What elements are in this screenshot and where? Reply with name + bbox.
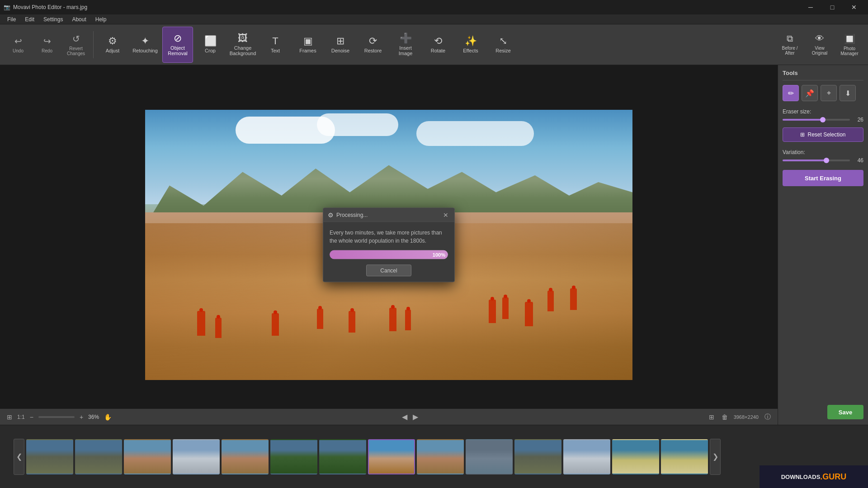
effects-button[interactable]: ✨ Effects bbox=[455, 27, 486, 63]
dialog-footer: Cancel bbox=[330, 265, 448, 277]
dialog-titlebar: ⚙ Processing... ✕ bbox=[323, 208, 454, 222]
image-size-info: 3968×2240 bbox=[734, 414, 759, 420]
restore-button[interactable]: ⟳ Restore bbox=[358, 27, 388, 63]
undo-button[interactable]: ↩ Undo bbox=[5, 27, 32, 63]
eraser-size-thumb[interactable] bbox=[820, 117, 826, 122]
pin-tool-button[interactable]: 📌 bbox=[802, 85, 818, 101]
variation-section: Variation: 46 bbox=[783, 146, 863, 164]
playback-controls: ◀ ▶ bbox=[402, 413, 418, 421]
adjust-button[interactable]: ⚙ Adjust bbox=[97, 27, 128, 63]
filmstrip-thumb-8[interactable] bbox=[417, 439, 464, 474]
frames-icon: ▣ bbox=[303, 36, 313, 46]
ad-text: DOWNLOADS bbox=[781, 474, 821, 480]
reset-selection-button[interactable]: ⊞ Reset Selection bbox=[783, 127, 863, 142]
filmstrip-prev-button[interactable]: ❮ bbox=[14, 439, 24, 475]
frames-button[interactable]: ▣ Frames bbox=[292, 27, 323, 63]
filmstrip-next-button[interactable]: ❯ bbox=[710, 439, 721, 475]
variation-value: 46 bbox=[853, 157, 863, 164]
menu-help[interactable]: Help bbox=[91, 15, 111, 23]
rotate-button[interactable]: ⟲ Rotate bbox=[423, 27, 453, 63]
filmstrip-thumb-11[interactable] bbox=[563, 439, 610, 474]
crop-icon: ⬜ bbox=[204, 36, 217, 46]
crop-button[interactable]: ⬜ Crop bbox=[195, 27, 226, 63]
filmstrip-thumb-3[interactable] bbox=[173, 439, 220, 474]
filmstrip-thumb-7[interactable] bbox=[368, 439, 415, 474]
figure-6 bbox=[389, 308, 396, 331]
filmstrip-thumb-12[interactable] bbox=[612, 439, 659, 474]
view-original-button[interactable]: 👁 ViewOriginal bbox=[806, 27, 834, 63]
next-image-button[interactable]: ▶ bbox=[413, 413, 418, 421]
filmstrip-thumb-1[interactable] bbox=[75, 439, 122, 474]
zoom-out-button[interactable]: − bbox=[28, 412, 35, 422]
view-mode-button[interactable]: ⊞ bbox=[708, 412, 716, 422]
dialog-body: Every two minutes, we take more pictures… bbox=[323, 222, 454, 282]
filmstrip-thumb-4[interactable] bbox=[222, 439, 269, 474]
filmstrip-thumb-5[interactable] bbox=[270, 439, 317, 474]
figure-9 bbox=[502, 297, 509, 319]
filmstrip-thumb-10[interactable] bbox=[514, 439, 561, 474]
menu-file[interactable]: File bbox=[3, 15, 20, 23]
progress-percentage: 100% bbox=[433, 252, 445, 258]
figure-2 bbox=[215, 318, 222, 338]
fit-view-button[interactable]: ⊞ bbox=[5, 412, 14, 422]
menu-bar: File Edit Settings About Help bbox=[0, 14, 868, 24]
dialog-spinner-icon: ⚙ bbox=[328, 211, 334, 219]
text-button[interactable]: T Text bbox=[260, 27, 291, 63]
ad-banner[interactable]: DOWNLOADS .GURU bbox=[760, 465, 868, 488]
figure-7 bbox=[405, 310, 411, 330]
text-icon: T bbox=[272, 36, 278, 46]
prev-image-button[interactable]: ◀ bbox=[402, 413, 407, 421]
filmstrip-thumb-6[interactable] bbox=[319, 439, 366, 474]
filmstrip-thumb-2[interactable] bbox=[124, 439, 171, 474]
photo-manager-button[interactable]: 🔲 PhotoManager bbox=[835, 27, 863, 63]
hand-tool-button[interactable]: ✋ bbox=[103, 412, 113, 422]
dialog-close-button[interactable]: ✕ bbox=[442, 211, 450, 219]
filmstrip-thumb-13[interactable] bbox=[661, 439, 708, 474]
menu-edit[interactable]: Edit bbox=[20, 15, 39, 23]
lasso-tool-button[interactable]: ⌖ bbox=[821, 85, 837, 101]
brush-tool-button[interactable]: ✏ bbox=[783, 85, 799, 101]
info-button[interactable]: ⓘ bbox=[763, 412, 772, 422]
rotate-icon: ⟲ bbox=[434, 36, 442, 46]
window-controls: ─ □ ✕ bbox=[800, 0, 864, 14]
delete-image-button[interactable]: 🗑 bbox=[720, 412, 729, 422]
insert-image-icon: ➕ bbox=[400, 33, 412, 43]
denoise-icon: ⊞ bbox=[336, 36, 344, 46]
main-toolbar: ↩ Undo ↪ Redo ↺ RevertChanges ⚙ Adjust ✦… bbox=[0, 24, 868, 65]
minimize-button[interactable]: ─ bbox=[800, 0, 821, 14]
zoom-slider[interactable] bbox=[38, 416, 75, 418]
restore-button[interactable]: □ bbox=[822, 0, 843, 14]
filmstrip-thumb-9[interactable] bbox=[466, 439, 513, 474]
save-button[interactable]: Save bbox=[827, 405, 863, 419]
change-bg-icon: 🖼 bbox=[238, 33, 248, 43]
filmstrip: ❮ ❯ bbox=[0, 425, 868, 488]
resize-icon: ⤡ bbox=[499, 36, 507, 46]
variation-thumb[interactable] bbox=[824, 158, 829, 163]
dialog-title: Processing... bbox=[336, 212, 368, 218]
zoom-level: 36% bbox=[88, 414, 99, 420]
cancel-button[interactable]: Cancel bbox=[366, 265, 411, 277]
start-erasing-button[interactable]: Start Erasing bbox=[783, 170, 863, 186]
object-removal-button[interactable]: ⊘ ObjectRemoval bbox=[162, 27, 193, 63]
before-after-button[interactable]: ⧉ Before /After bbox=[776, 27, 804, 63]
figure-5 bbox=[349, 311, 355, 333]
filmstrip-thumb-0[interactable] bbox=[26, 439, 73, 474]
close-button[interactable]: ✕ bbox=[844, 0, 864, 14]
menu-about[interactable]: About bbox=[67, 15, 90, 23]
revert-changes-button[interactable]: ↺ RevertChanges bbox=[62, 27, 90, 63]
redo-button[interactable]: ↪ Redo bbox=[33, 27, 61, 63]
canvas-image[interactable]: ⚙ Processing... ✕ Every two minutes, we … bbox=[145, 110, 632, 380]
resize-button[interactable]: ⤡ Resize bbox=[488, 27, 519, 63]
insert-image-button[interactable]: ➕ InsertImage bbox=[390, 27, 421, 63]
right-panel: Tools ✏ 📌 ⌖ ⬇ Eraser size: 26 ⊞ Reset Se… bbox=[778, 65, 868, 425]
zoom-in-button[interactable]: + bbox=[78, 412, 85, 422]
change-background-button[interactable]: 🖼 ChangeBackground bbox=[227, 27, 258, 63]
adjust-icon: ⚙ bbox=[108, 36, 117, 46]
denoise-button[interactable]: ⊞ Denoise bbox=[325, 27, 356, 63]
retouching-button[interactable]: ✦ Retouching bbox=[130, 27, 160, 63]
progress-fill: 100% bbox=[330, 250, 448, 259]
variation-fill bbox=[783, 160, 826, 161]
cloud2 bbox=[317, 113, 398, 136]
stamp-tool-button[interactable]: ⬇ bbox=[840, 85, 856, 101]
menu-settings[interactable]: Settings bbox=[39, 15, 67, 23]
